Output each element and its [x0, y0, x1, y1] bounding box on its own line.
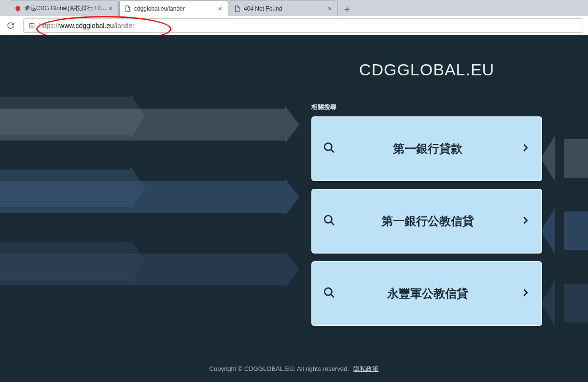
browser-tab-bar: 希达CDG Global(海投排行:1255)_ × cdgglobal.eu/…	[0, 0, 588, 16]
chevron-right-icon	[520, 142, 531, 155]
footer: Copyright © CDGGLOBAL.EU. All rights res…	[0, 365, 588, 373]
url-scheme: https://	[39, 22, 59, 29]
site-info-icon[interactable]	[28, 22, 35, 29]
search-result-3[interactable]: 永豐軍公教信貸	[311, 261, 542, 326]
refresh-button[interactable]	[5, 20, 16, 31]
related-label: 相關搜尋	[311, 103, 542, 112]
close-icon[interactable]: ×	[107, 5, 114, 13]
search-icon	[323, 214, 336, 228]
svg-point-1	[324, 143, 332, 150]
browser-tab-1[interactable]: cdgglobal.eu/lander ×	[119, 0, 228, 16]
chevron-right-icon	[520, 215, 531, 227]
favicon-document-icon	[233, 5, 241, 13]
address-bar[interactable]: https://www.cdgglobal.eu/lander	[23, 18, 583, 33]
result-label: 第一銀行公教信貸	[336, 213, 520, 229]
related-searches: 相關搜尋 第一銀行貸款 第一銀行公教信貸 永豐軍公教信貸	[311, 103, 542, 334]
favicon-document-icon	[124, 5, 131, 13]
search-icon	[323, 286, 336, 301]
browser-tab-2[interactable]: 404 Not Found ×	[229, 0, 338, 16]
new-tab-button[interactable]	[340, 2, 354, 16]
chevron-right-icon	[520, 287, 531, 300]
search-icon	[323, 141, 336, 156]
search-result-1[interactable]: 第一銀行貸款	[311, 116, 542, 181]
tab-title: 希达CDG Global(海投排行:1255)_	[25, 4, 107, 13]
close-icon[interactable]: ×	[326, 5, 334, 13]
decorative-arrows-right	[554, 122, 588, 340]
svg-point-2	[324, 215, 332, 223]
search-result-2[interactable]: 第一銀行公教信貸	[311, 189, 542, 254]
decorative-arrows-left	[0, 97, 314, 314]
close-icon[interactable]: ×	[216, 5, 224, 13]
tab-title: 404 Not Found	[244, 5, 326, 12]
result-label: 第一銀行貸款	[336, 141, 520, 156]
svg-point-3	[324, 288, 332, 295]
result-label: 永豐軍公教信貸	[336, 286, 520, 301]
page-title: CDGGLOBAL.EU	[0, 60, 588, 79]
url-path: /lander	[114, 22, 135, 29]
browser-tab-0[interactable]: 希达CDG Global(海投排行:1255)_ ×	[10, 0, 119, 16]
footer-copyright: Copyright © CDGGLOBAL.EU. All rights res…	[210, 365, 349, 372]
privacy-link[interactable]: 隐私政策	[353, 365, 378, 372]
tab-title: cdgglobal.eu/lander	[134, 5, 216, 12]
address-bar-row: https://www.cdgglobal.eu/lander	[0, 16, 588, 35]
url-host: www.cdgglobal.eu	[59, 22, 114, 29]
page-content: CDGGLOBAL.EU 相關搜尋 第一銀行貸款 第一銀行公教信貸	[0, 35, 588, 382]
favicon-shield-icon	[14, 5, 22, 13]
